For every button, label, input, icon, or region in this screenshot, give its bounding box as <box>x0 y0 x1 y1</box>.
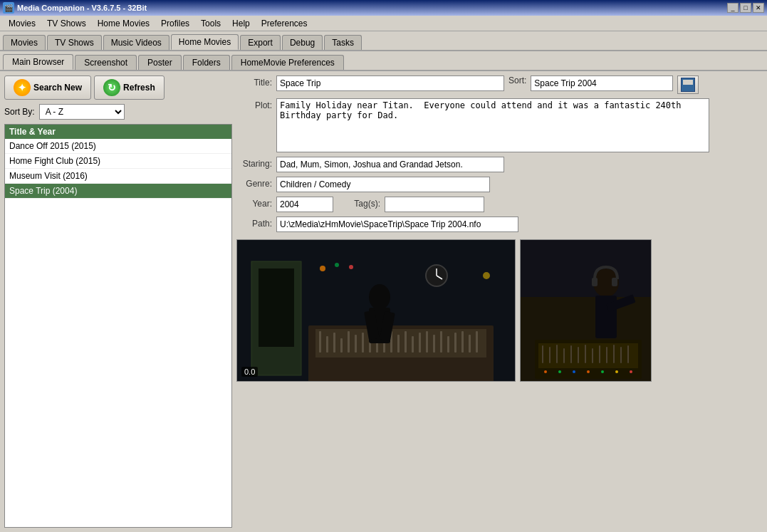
save-button[interactable] <box>677 75 699 94</box>
plot-textarea[interactable]: Family Holiday near Titan. Everyone coul… <box>276 98 709 152</box>
list-item[interactable]: Home Fight Club (2015) <box>5 154 231 169</box>
refresh-label: Refresh <box>123 83 155 93</box>
svg-point-35 <box>349 265 353 269</box>
svg-rect-54 <box>578 347 579 363</box>
menu-homemovies[interactable]: Home Movies <box>92 17 155 30</box>
sortby-label: Sort By: <box>4 107 35 117</box>
svg-rect-10 <box>348 331 350 353</box>
svg-rect-50 <box>549 347 551 363</box>
svg-rect-28 <box>476 331 478 353</box>
tab-movies[interactable]: Movies <box>3 35 46 50</box>
title-row: Title: Sort: <box>236 75 763 94</box>
svg-rect-48 <box>538 343 638 368</box>
menu-tvshows[interactable]: TV Shows <box>41 17 92 30</box>
svg-rect-49 <box>542 345 543 363</box>
list-item-selected[interactable]: Space Trip (2004) <box>5 184 231 199</box>
svg-rect-22 <box>433 335 435 353</box>
window-controls: _ □ ✕ <box>727 3 764 13</box>
svg-rect-3 <box>259 268 294 347</box>
sort-input[interactable] <box>531 75 673 91</box>
svg-point-34 <box>335 263 339 267</box>
toolbar: ✦ Search New ↻ Refresh <box>4 75 232 100</box>
svg-rect-61 <box>627 345 629 363</box>
side-image-svg <box>521 240 652 382</box>
subtab-poster[interactable]: Poster <box>138 55 182 70</box>
svg-point-29 <box>369 284 390 310</box>
tags-input[interactable] <box>385 197 484 212</box>
tab-export[interactable]: Export <box>240 35 281 50</box>
titlebar: 🎬 Media Companion - V3.6.7.5 - 32Bit _ □… <box>0 0 767 16</box>
genre-row: Genre: <box>236 177 763 192</box>
svg-point-62 <box>544 370 547 373</box>
tab-tasks[interactable]: Tasks <box>324 35 362 50</box>
menu-tools[interactable]: Tools <box>195 17 226 30</box>
svg-rect-56 <box>592 348 593 363</box>
menu-preferences[interactable]: Preferences <box>256 17 313 30</box>
genre-input[interactable] <box>276 177 490 192</box>
svg-rect-24 <box>447 336 449 353</box>
svg-rect-55 <box>585 345 586 363</box>
path-label: Path: <box>236 217 272 229</box>
menubar: Movies TV Shows Home Movies Profiles Too… <box>0 16 767 31</box>
tab-homemovies[interactable]: Home Movies <box>171 34 239 50</box>
svg-rect-52 <box>563 348 565 363</box>
svg-point-67 <box>615 370 618 373</box>
refresh-icon: ↻ <box>103 79 120 96</box>
plot-label: Plot: <box>236 98 272 110</box>
tags-label: Tag(s): <box>338 197 380 209</box>
floppy-icon <box>681 78 695 92</box>
subtab-mainbrowser[interactable]: Main Browser <box>3 54 73 70</box>
svg-point-68 <box>630 370 632 373</box>
svg-rect-20 <box>419 333 421 353</box>
starring-input[interactable] <box>276 157 504 172</box>
tab-debug[interactable]: Debug <box>282 35 323 50</box>
list-item[interactable]: Museum Visit (2016) <box>5 169 231 184</box>
sort-field-label: Sort: <box>508 75 526 85</box>
genre-label: Genre: <box>236 177 272 189</box>
subtab-screenshot[interactable]: Screenshot <box>75 55 137 70</box>
tab-tvshows[interactable]: TV Shows <box>47 35 102 50</box>
svg-rect-11 <box>355 335 357 353</box>
list-header: Title & Year <box>5 125 231 139</box>
year-input[interactable] <box>276 197 333 212</box>
path-row: Path: <box>236 217 763 232</box>
path-input[interactable] <box>276 217 518 232</box>
tab-musicvideos[interactable]: Music Videos <box>103 35 169 50</box>
list-item[interactable]: Dance Off 2015 (2015) <box>5 139 231 154</box>
menu-profiles[interactable]: Profiles <box>155 17 195 30</box>
svg-point-36 <box>483 272 490 279</box>
refresh-button[interactable]: ↻ Refresh <box>94 75 165 100</box>
plot-row: Plot: Family Holiday near Titan. Everyon… <box>236 98 763 152</box>
tabbar: Movies TV Shows Music Videos Home Movies… <box>0 31 767 51</box>
menu-help[interactable]: Help <box>226 17 256 30</box>
svg-rect-43 <box>592 278 598 286</box>
svg-rect-57 <box>599 345 600 363</box>
search-new-icon: ✦ <box>14 79 31 96</box>
main-content: ✦ Search New ↻ Refresh Sort By: A - Z Z … <box>0 71 767 532</box>
svg-rect-6 <box>319 331 321 353</box>
svg-rect-18 <box>405 331 407 353</box>
svg-rect-12 <box>362 333 364 353</box>
svg-rect-21 <box>426 331 428 353</box>
svg-rect-17 <box>397 335 400 353</box>
minimize-button[interactable]: _ <box>727 3 739 13</box>
subtab-folders[interactable]: Folders <box>183 55 230 70</box>
svg-point-64 <box>573 370 575 373</box>
subtab-homemovieprefs[interactable]: HomeMovie Preferences <box>231 55 344 70</box>
window-title: Media Companion - V3.6.7.5 - 32Bit <box>17 4 724 12</box>
svg-point-63 <box>558 370 561 373</box>
movie-list: Title & Year Dance Off 2015 (2015) Home … <box>4 124 232 528</box>
left-panel: ✦ Search New ↻ Refresh Sort By: A - Z Z … <box>4 75 232 528</box>
svg-rect-53 <box>570 345 572 363</box>
search-new-button[interactable]: ✦ Search New <box>4 75 91 100</box>
svg-point-65 <box>587 370 590 373</box>
sortby-select[interactable]: A - Z Z - A Year Date Added <box>39 104 125 120</box>
year-label: Year: <box>236 197 272 209</box>
svg-rect-19 <box>412 336 414 353</box>
close-button[interactable]: ✕ <box>753 3 764 13</box>
title-input[interactable] <box>276 75 504 91</box>
menu-movies[interactable]: Movies <box>3 17 41 30</box>
main-screenshot: 0.0 <box>236 239 516 382</box>
subtabbar: Main Browser Screenshot Poster Folders H… <box>0 51 767 71</box>
maximize-button[interactable]: □ <box>740 3 751 13</box>
